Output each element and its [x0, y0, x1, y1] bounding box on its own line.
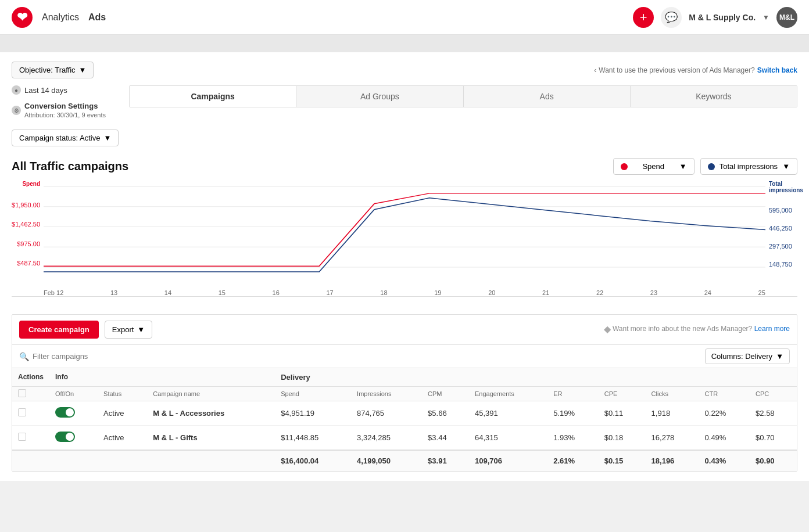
impressions-label: Total impressions	[719, 162, 778, 171]
y-right-4: 148,750	[769, 261, 797, 268]
row1-checkbox	[12, 401, 49, 426]
x-label-14: 14	[164, 289, 171, 296]
th-er[interactable]: ER	[547, 387, 599, 401]
chart-header: All Traffic campaigns Spend ▼ Total impr…	[12, 158, 797, 175]
totals-empty1	[12, 450, 49, 471]
add-button[interactable]: +	[633, 7, 654, 28]
spend-metric-button[interactable]: Spend ▼	[613, 158, 695, 175]
x-label-19: 19	[434, 289, 441, 296]
row2-toggle-switch[interactable]	[55, 432, 75, 442]
account-name[interactable]: M & L Supply Co.	[689, 13, 756, 22]
campaigns-table: Actions Info Delivery Off/On Status Camp…	[12, 368, 797, 471]
row1-cpm: $5.66	[422, 401, 469, 426]
row1-name-link[interactable]: M & L - Accessories	[153, 409, 224, 418]
totals-clicks: 18,196	[646, 450, 699, 471]
search-bar: 🔍 Columns: Delivery ▼	[12, 344, 797, 368]
tab-ad-groups[interactable]: Ad Groups	[296, 86, 463, 107]
delivery-header: Delivery	[275, 368, 797, 387]
row2-select-checkbox[interactable]	[18, 433, 26, 441]
row2-clicks: 16,278	[646, 426, 699, 451]
select-all-checkbox[interactable]	[18, 389, 26, 397]
x-label-20: 20	[488, 289, 495, 296]
totals-cpc: $0.90	[750, 450, 797, 471]
th-off-on: Off/On	[49, 387, 98, 401]
table-header-group-row: Actions Info Delivery	[12, 368, 797, 387]
row1-toggle-switch[interactable]	[55, 407, 75, 418]
row1-er: 5.19%	[547, 401, 599, 426]
tab-ads[interactable]: Ads	[464, 86, 631, 107]
nav-ads[interactable]: Ads	[88, 12, 106, 23]
row1-cpe: $0.11	[599, 401, 646, 426]
row2-toggle	[49, 426, 98, 451]
nav-analytics[interactable]: Analytics	[42, 12, 79, 23]
x-label-24: 24	[704, 289, 711, 296]
status-filter-button[interactable]: Campaign status: Active ▼	[12, 130, 119, 146]
filters-left: ● Last 14 days ⚙ Conversion Settings Att…	[12, 85, 106, 124]
row2-cpc: $0.70	[750, 426, 797, 451]
conversion-settings-filter[interactable]: ⚙ Conversion Settings Attribution: 30/30…	[12, 102, 106, 119]
row2-ctr: 0.49%	[699, 426, 750, 451]
columns-chevron-icon: ▼	[776, 352, 783, 361]
messages-button[interactable]: 💬	[661, 7, 682, 28]
totals-cpm: $3.91	[422, 450, 469, 471]
objective-button[interactable]: Objective: Traffic ▼	[12, 62, 94, 78]
x-label-21: 21	[542, 289, 549, 296]
row2-campaign-name: M & L - Gifts	[147, 426, 275, 451]
table-actions-left: Create campaign Export ▼	[19, 321, 152, 339]
chart-svg-area	[44, 181, 765, 279]
pinterest-logo[interactable]: ❤	[12, 7, 33, 28]
totals-spend: $16,400.04	[275, 450, 351, 471]
table-row: Active M & L - Accessories $4,951.19 874…	[12, 401, 797, 426]
switch-back-link[interactable]: Switch back	[757, 66, 797, 74]
th-cpe[interactable]: CPE	[599, 387, 646, 401]
compass-icon: ◆	[604, 324, 611, 334]
filter-campaigns-input[interactable]	[33, 352, 699, 361]
impressions-metric-button[interactable]: Total impressions ▼	[700, 158, 797, 175]
columns-button[interactable]: Columns: Delivery ▼	[705, 348, 790, 364]
create-campaign-button[interactable]: Create campaign	[19, 321, 99, 339]
conversion-settings-label: Conversion Settings Attribution: 30/30/1…	[24, 102, 106, 119]
th-engagements[interactable]: Engagements	[469, 387, 547, 401]
spend-label: Spend	[642, 162, 664, 171]
th-spend[interactable]: Spend	[275, 387, 351, 401]
row1-engagements: 45,391	[469, 401, 547, 426]
search-input-wrapper: 🔍	[19, 352, 699, 361]
account-chevron-icon[interactable]: ▼	[763, 13, 769, 21]
row2-status: Active	[98, 426, 147, 451]
tab-campaigns[interactable]: Campaigns	[130, 86, 296, 107]
y-right-label: Total impressions	[769, 181, 797, 193]
th-cpm[interactable]: CPM	[422, 387, 469, 401]
columns-label: Columns: Delivery	[711, 352, 772, 361]
th-ctr[interactable]: CTR	[699, 387, 750, 401]
objective-label: Objective: Traffic	[19, 66, 76, 74]
settings-icon: ⚙	[12, 106, 21, 115]
th-impressions[interactable]: Impressions	[351, 387, 422, 401]
date-range-filter[interactable]: ● Last 14 days	[12, 85, 106, 95]
row2-name-link[interactable]: M & L - Gifts	[153, 433, 197, 442]
search-icon: 🔍	[19, 352, 29, 361]
chart-y-axis-left: Spend $1,950.00 $1,462.50 $975.00 $487.5…	[12, 181, 44, 279]
x-label-feb12: Feb 12	[44, 289, 63, 296]
plus-icon: +	[640, 10, 647, 25]
row1-status: Active	[98, 401, 147, 426]
th-clicks[interactable]: Clicks	[646, 387, 699, 401]
export-button[interactable]: Export ▼	[105, 321, 152, 339]
previous-version-note: ‹ Want to use the previous version of Ad…	[594, 66, 797, 74]
chart-y-axis-right: Total impressions 595,000 446,250 297,50…	[765, 181, 797, 279]
impressions-dot-icon	[708, 163, 715, 170]
row1-select-checkbox[interactable]	[18, 408, 26, 416]
y-left-2: $1,462.50	[12, 221, 40, 228]
row2-cpe: $0.18	[599, 426, 646, 451]
chart-svg	[44, 181, 765, 279]
avatar[interactable]: M&L	[776, 7, 797, 28]
totals-row: $16,400.04 4,199,050 $3.91 109,706 2.61%…	[12, 450, 797, 471]
header: ❤ Analytics Ads + 💬 M & L Supply Co. ▼ M…	[0, 0, 809, 35]
tab-keywords[interactable]: Keywords	[631, 86, 797, 107]
totals-ctr: 0.43%	[699, 450, 750, 471]
x-label-16: 16	[273, 289, 280, 296]
learn-more-link[interactable]: Learn more	[754, 325, 790, 333]
th-cpc[interactable]: CPC	[750, 387, 797, 401]
main-content: Objective: Traffic ▼ ‹ Want to use the p…	[0, 52, 809, 481]
tabs: Campaigns Ad Groups Ads Keywords	[129, 85, 797, 107]
row2-engagements: 64,315	[469, 426, 547, 451]
